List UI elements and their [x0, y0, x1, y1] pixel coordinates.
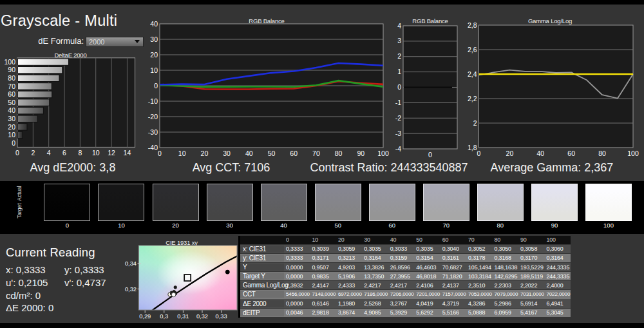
svg-text:-20: -20 — [148, 113, 158, 121]
svg-text:90: 90 — [357, 150, 365, 157]
svg-text:10: 10 — [178, 150, 186, 157]
svg-text:0: 0 — [12, 139, 15, 147]
svg-text:0: 0 — [154, 82, 158, 90]
svg-text:40: 40 — [8, 106, 15, 114]
svg-text:20: 20 — [8, 123, 15, 131]
svg-text:6: 6 — [62, 149, 66, 157]
svg-text:80: 80 — [335, 150, 343, 157]
svg-text:2: 2 — [397, 52, 401, 60]
svg-text:0,3: 0,3 — [160, 313, 168, 320]
svg-text:90: 90 — [8, 66, 15, 73]
svg-text:-40: -40 — [148, 144, 158, 151]
svg-text:40: 40 — [536, 150, 544, 157]
svg-text:12: 12 — [108, 149, 115, 157]
svg-text:30: 30 — [8, 115, 15, 122]
svg-text:DeltaE 2000: DeltaE 2000 — [54, 52, 86, 59]
svg-text:20: 20 — [506, 150, 514, 157]
svg-text:2: 2 — [31, 149, 35, 157]
svg-text:1: 1 — [397, 68, 401, 75]
svg-text:70: 70 — [8, 82, 15, 90]
svg-text:-1: -1 — [395, 99, 401, 106]
svg-text:2,6: 2,6 — [468, 46, 477, 53]
svg-text:4: 4 — [397, 22, 401, 30]
svg-text:Gamma Log/Log: Gamma Log/Log — [528, 17, 572, 24]
svg-text:2: 2 — [473, 119, 477, 127]
svg-text:80: 80 — [8, 74, 15, 82]
svg-text:2,8: 2,8 — [468, 21, 477, 29]
svg-text:RGB Balance: RGB Balance — [412, 17, 448, 24]
svg-text:20: 20 — [201, 150, 209, 157]
svg-text:0: 0 — [397, 83, 401, 91]
svg-text:2,4: 2,4 — [468, 70, 477, 78]
svg-text:0,32: 0,32 — [196, 313, 208, 320]
svg-text:CIE 1931 xy: CIE 1931 xy — [166, 239, 198, 246]
svg-text:0,29: 0,29 — [139, 313, 151, 320]
svg-text:-10: -10 — [148, 97, 158, 105]
svg-text:40: 40 — [150, 20, 158, 28]
svg-text:14: 14 — [124, 149, 131, 157]
svg-text:3: 3 — [397, 37, 401, 44]
svg-text:8: 8 — [78, 149, 82, 157]
svg-text:70: 70 — [312, 150, 320, 157]
svg-text:0: 0 — [428, 151, 432, 159]
svg-text:60: 60 — [567, 150, 575, 157]
svg-text:1,8: 1,8 — [468, 144, 477, 151]
svg-text:10: 10 — [150, 66, 158, 74]
svg-text:10: 10 — [92, 149, 100, 157]
svg-text:0,33: 0,33 — [216, 313, 227, 320]
svg-text:0,31: 0,31 — [177, 313, 189, 320]
svg-text:60: 60 — [8, 90, 15, 98]
svg-text:0,34: 0,34 — [125, 260, 137, 267]
svg-text:30: 30 — [223, 150, 231, 157]
svg-text:0,32: 0,32 — [125, 286, 137, 293]
svg-text:60: 60 — [290, 150, 298, 157]
svg-text:2,2: 2,2 — [468, 95, 477, 102]
svg-text:0: 0 — [477, 150, 481, 157]
svg-text:RGB Balance: RGB Balance — [249, 17, 284, 24]
svg-text:30: 30 — [150, 35, 158, 43]
svg-text:-3: -3 — [395, 130, 401, 137]
svg-text:-4: -4 — [395, 145, 401, 153]
svg-text:100: 100 — [627, 150, 639, 157]
svg-text:40: 40 — [245, 150, 253, 157]
svg-text:0: 0 — [158, 150, 162, 157]
svg-text:0: 0 — [15, 149, 19, 157]
svg-text:-30: -30 — [148, 128, 158, 136]
svg-text:80: 80 — [598, 150, 606, 157]
svg-text:20: 20 — [150, 51, 158, 59]
svg-text:50: 50 — [8, 99, 15, 106]
svg-text:10: 10 — [8, 131, 15, 139]
svg-text:100: 100 — [4, 58, 15, 66]
svg-text:-2: -2 — [395, 114, 401, 122]
svg-text:4: 4 — [47, 149, 51, 157]
svg-text:50: 50 — [268, 150, 276, 157]
